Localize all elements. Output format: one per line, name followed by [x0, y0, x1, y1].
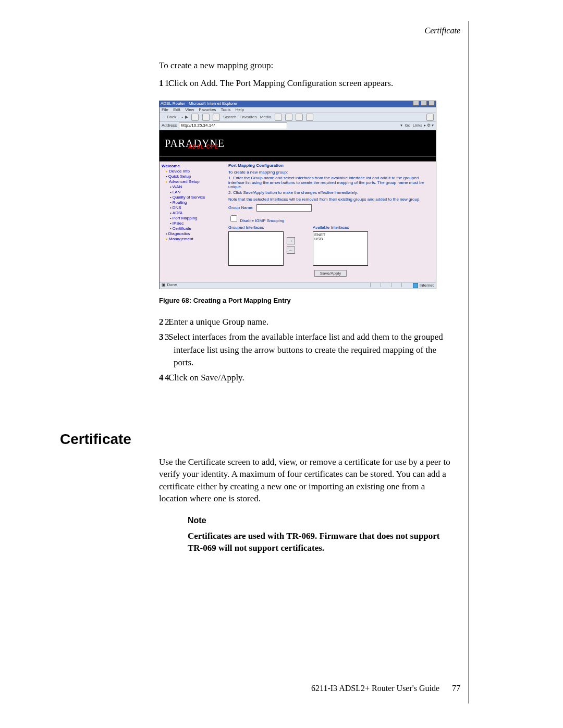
step-3: 3Select interfaces from the available in… — [174, 331, 454, 369]
main-panel: Port Mapping Configuration To create a n… — [225, 162, 436, 281]
figure-caption: Figure 68: Creating a Port Mapping Entry — [159, 297, 454, 304]
footer-page-number: 77 — [452, 684, 460, 693]
toolbar[interactable]: ← Back •▶ Search Favorites Media — [160, 113, 436, 122]
brand-subtitle: ADSL CPE — [188, 144, 218, 150]
page: Certificate To create a new mapping grou… — [60, 21, 469, 704]
menu-view[interactable]: View — [185, 107, 194, 112]
address-input[interactable]: http://10.25.34.14/ — [179, 122, 287, 129]
save-apply-button[interactable]: Save/Apply — [314, 270, 347, 277]
stop-icon[interactable] — [191, 114, 199, 121]
go-button[interactable]: Go — [405, 123, 411, 128]
steps-list-bottom: 2Enter a unique Group name. 3Select inte… — [159, 316, 454, 384]
sidebar-qos[interactable]: Quality of Service — [170, 195, 223, 200]
window-title: ADSL Router - Microsoft Internet Explore… — [161, 102, 238, 106]
home-icon[interactable] — [213, 114, 220, 121]
sidebar-routing[interactable]: Routing — [170, 200, 223, 205]
refresh-icon[interactable] — [202, 114, 210, 121]
grouped-label: Grouped Interfaces — [228, 226, 284, 230]
close-icon[interactable] — [429, 101, 435, 106]
minimize-icon[interactable] — [413, 101, 419, 106]
sidebar-wan[interactable]: WAN — [170, 184, 223, 190]
sidebar-diagnostics[interactable]: Diagnostics — [166, 231, 223, 237]
window-buttons[interactable] — [412, 101, 435, 107]
grouped-listbox[interactable] — [228, 231, 284, 266]
step-4-text: Click on Save/Apply. — [168, 373, 244, 382]
section-body: Use the Certificate screen to add, view,… — [159, 456, 454, 505]
available-label: Available Interfaces — [313, 226, 368, 230]
sidebar-advanced-setup[interactable]: Advanced Setup — [166, 179, 223, 184]
note-body: Certificates are used with TR-069. Firmw… — [188, 530, 448, 554]
section-heading-certificate: Certificate — [60, 431, 131, 448]
sidebar-dns[interactable]: DNS — [170, 205, 223, 211]
note-block: Note Certificates are used with TR-069. … — [188, 516, 448, 554]
group-name-label: Group Name: — [228, 205, 253, 210]
router-content: Welcome Device Info Quick Setup Advanced… — [160, 162, 436, 281]
running-header: Certificate — [425, 26, 460, 35]
igmp-label: Disable IGMP Snooping — [240, 218, 284, 223]
step-2: 2Enter a unique Group name. — [174, 316, 454, 329]
step-3-text: Select interfaces from the available int… — [168, 332, 443, 367]
menu-bar[interactable]: File Edit View Favorites Tools Help — [160, 107, 436, 113]
mail-icon[interactable] — [285, 114, 292, 121]
maximize-icon[interactable] — [421, 101, 427, 106]
step-1-text: Click on Add. The Port Mapping Configura… — [168, 78, 393, 88]
group-name-input[interactable] — [256, 204, 312, 212]
move-buttons: → ← — [287, 226, 295, 266]
panel-pre: To create a new mapping group: — [228, 170, 433, 175]
group-name-row: Group Name: — [228, 204, 433, 212]
grouped-col: Grouped Interfaces — [228, 226, 284, 266]
menu-edit[interactable]: Edit — [173, 107, 180, 112]
brand-header: PARADYNE ADSL CPE — [160, 130, 436, 156]
sidebar-device-info[interactable]: Device Info — [166, 169, 223, 174]
address-bar[interactable]: Address http://10.25.34.14/ ▾ Go Links ▸… — [160, 122, 436, 130]
footer-guide: 6211-I3 ADSL2+ Router User's Guide — [311, 684, 439, 693]
sidebar-lan[interactable]: LAN — [170, 190, 223, 195]
menu-tools[interactable]: Tools — [221, 107, 231, 112]
panel-line2: 2. Click Save/Apply button to make the c… — [228, 191, 433, 195]
sidebar-ipsec[interactable]: IPSec — [170, 221, 223, 226]
history-icon[interactable] — [275, 114, 282, 121]
step-1: 1Click on Add. The Port Mapping Configur… — [174, 77, 454, 90]
print-icon[interactable] — [296, 114, 303, 121]
menu-file[interactable]: File — [162, 107, 168, 112]
page-footer: 6211-I3 ADSL2+ Router User's Guide 77 — [60, 684, 460, 693]
sidebar-certificate[interactable]: Certificate — [170, 226, 223, 231]
screenshot-figure: ADSL Router - Microsoft Internet Explore… — [159, 101, 454, 290]
edit-icon[interactable] — [306, 114, 313, 121]
menu-help[interactable]: Help — [236, 107, 244, 112]
igmp-checkbox[interactable] — [230, 215, 237, 222]
available-col: Available Interfaces ENET USB — [313, 226, 368, 266]
menu-favorites[interactable]: Favorites — [199, 107, 216, 112]
ie-logo-icon — [426, 114, 434, 121]
internet-icon — [413, 283, 418, 288]
search-button[interactable]: Search — [223, 115, 236, 119]
back-button[interactable]: ← Back — [162, 115, 178, 119]
step-2-text: Enter a unique Group name. — [168, 317, 268, 327]
status-bar: ▣ Done Internet — [160, 282, 436, 289]
sidebar-adsl[interactable]: ADSL — [170, 211, 223, 216]
step-4: 4Click on Save/Apply. — [174, 372, 454, 385]
note-heading: Note — [188, 516, 448, 525]
sidebar-welcome[interactable]: Welcome — [162, 164, 223, 169]
status-done: ▣ Done — [162, 283, 177, 289]
nav-sidebar[interactable]: Welcome Device Info Quick Setup Advanced… — [160, 162, 225, 281]
body-column: To create a new mapping group: 1Click on… — [159, 60, 454, 392]
panel-title: Port Mapping Configuration — [228, 164, 433, 168]
intro-text: To create a new mapping group: — [159, 60, 454, 72]
browser-window: ADSL Router - Microsoft Internet Explore… — [159, 101, 436, 290]
media-button[interactable]: Media — [260, 115, 272, 119]
move-right-button[interactable]: → — [287, 237, 295, 244]
address-label: Address — [162, 124, 177, 128]
sidebar-port-mapping[interactable]: Port Mapping — [170, 216, 223, 221]
sidebar-management[interactable]: Management — [166, 237, 223, 242]
favorites-button[interactable]: Favorites — [240, 115, 257, 119]
available-listbox[interactable]: ENET USB — [313, 231, 368, 266]
links-label[interactable]: Links — [413, 123, 423, 128]
header-divider — [160, 156, 436, 162]
sidebar-quick-setup[interactable]: Quick Setup — [166, 174, 223, 179]
steps-list-top: 1Click on Add. The Port Mapping Configur… — [159, 77, 454, 90]
interface-columns: Grouped Interfaces → ← Available Interfa… — [228, 226, 433, 266]
igmp-row[interactable]: Disable IGMP Snooping — [228, 214, 433, 224]
move-left-button[interactable]: ← — [287, 246, 295, 254]
avail-item-usb[interactable]: USB — [314, 237, 366, 242]
